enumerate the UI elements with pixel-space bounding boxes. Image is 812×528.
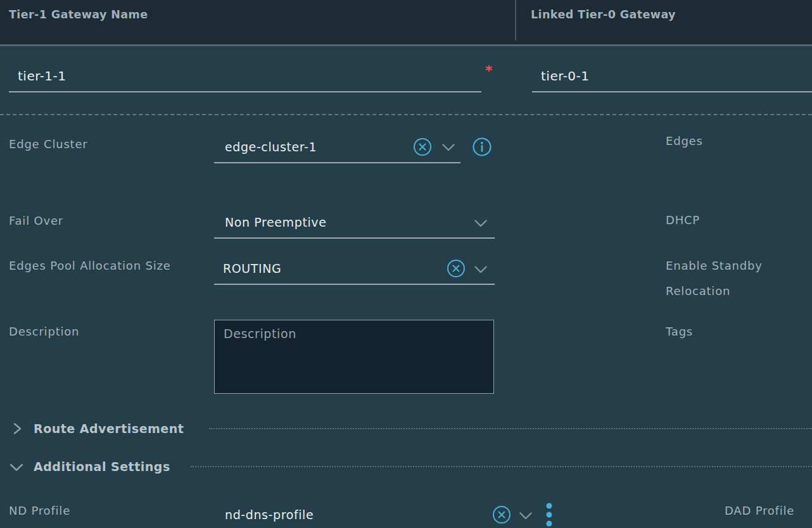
nd-profile-clear-icon[interactable] (492, 505, 511, 527)
chevron-right-icon (10, 421, 25, 439)
required-asterisk: * (485, 63, 493, 79)
route-advertisement-title: Route Advertisement (34, 416, 184, 441)
nd-profile-chevron-down-icon[interactable] (519, 511, 533, 523)
description-label: Description (9, 319, 79, 344)
nd-profile-kebab-menu-icon[interactable] (543, 500, 555, 528)
tags-label: Tags (666, 319, 693, 344)
description-textarea[interactable] (214, 320, 494, 394)
column-header-tier1-gateway-name: Tier-1 Gateway Name (9, 8, 148, 21)
grid-header: Tier-1 Gateway Name Linked Tier-0 Gatewa… (0, 0, 812, 46)
fail-over-underline (214, 237, 495, 239)
linked-tier0-gateway-input[interactable] (532, 65, 812, 92)
pool-allocation-chevron-down-icon[interactable] (474, 265, 488, 277)
edge-cluster-underline (214, 162, 460, 163)
pool-allocation-clear-icon[interactable] (447, 259, 466, 280)
chevron-down-icon (8, 460, 25, 477)
dhcp-label: DHCP (666, 208, 700, 233)
nd-profile-label: ND Profile (9, 498, 70, 524)
pool-allocation-underline (214, 284, 495, 285)
fail-over-label: Fail Over (9, 208, 63, 234)
tier1-gateway-form: Tier-1 Gateway Name Linked Tier-0 Gatewa… (0, 0, 812, 528)
tier1-gateway-name-input[interactable] (9, 65, 481, 92)
fail-over-chevron-down-icon[interactable] (474, 218, 488, 230)
edge-cluster-clear-icon[interactable] (413, 137, 432, 159)
dashed-divider (0, 114, 812, 115)
enable-standby-relocation-label: Enable Standby Relocation (666, 253, 792, 304)
dad-profile-label: DAD Profile (725, 498, 794, 524)
pool-allocation-label: Edges Pool Allocation Size (9, 253, 172, 279)
route-advertisement-rule (209, 428, 812, 429)
edge-cluster-value: edge-cluster-1 (225, 138, 317, 156)
column-header-linked-tier0-gateway: Linked Tier-0 Gateway (531, 8, 676, 21)
nd-profile-value: nd-dns-profile (225, 506, 314, 524)
column-divider (515, 0, 516, 41)
additional-settings-title: Additional Settings (34, 454, 170, 479)
edge-cluster-label: Edge Cluster (9, 132, 88, 157)
edge-cluster-chevron-down-icon[interactable] (441, 142, 455, 154)
edges-label: Edges (666, 129, 703, 154)
edge-cluster-info-icon[interactable] (472, 137, 492, 160)
fail-over-value: Non Preemptive (225, 213, 326, 231)
pool-allocation-value: ROUTING (223, 260, 281, 277)
additional-settings-rule (191, 466, 812, 467)
